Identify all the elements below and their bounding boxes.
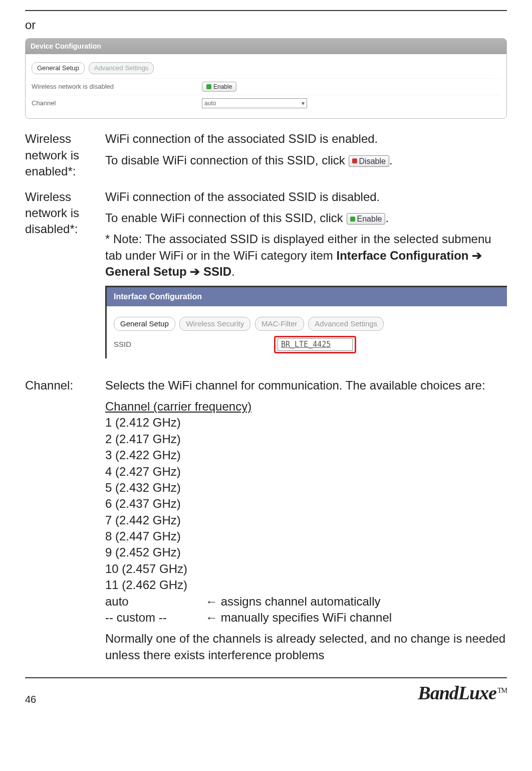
channel-item: 5 (2.432 GHz) [105, 480, 507, 496]
enabled-line2a: To disable WiFi connection of this SSID,… [105, 153, 349, 167]
tabs2-row: General Setup Wireless Security MAC-Filt… [114, 314, 500, 331]
enable-button-label: Enable [213, 83, 232, 91]
channel-label: Channel [32, 99, 202, 108]
enabled-line1: WiFi connection of the associated SSID i… [105, 131, 507, 147]
channel-auto-desc: ← assigns channel automatically [205, 594, 381, 610]
body-enabled: WiFi connection of the associated SSID i… [105, 131, 507, 179]
tab2-advanced-settings[interactable]: Advanced Settings [308, 317, 384, 331]
disabled-line2a: To enable WiFi connection of this SSID, … [105, 211, 347, 225]
channel-item: 9 (2.452 GHz) [105, 544, 507, 560]
def-enabled: Wireless network is enabled*: WiFi conne… [25, 131, 507, 179]
enable-button[interactable]: Enable [202, 82, 236, 92]
disable-icon [352, 158, 357, 163]
channel-item: 6 (2.437 GHz) [105, 496, 507, 512]
def-channel: Channel: Selects the WiFi channel for co… [25, 377, 507, 669]
trademark: TM [497, 687, 507, 694]
device-config-panel: Device Configuration General Setup Advan… [25, 38, 507, 119]
channel-item: 10 (2.457 GHz) [105, 561, 507, 577]
channel-item: 2 (2.417 GHz) [105, 431, 507, 447]
body-channel: Selects the WiFi channel for communicati… [105, 377, 507, 669]
channel-custom-desc: ← manually specifies WiFi channel [205, 610, 392, 626]
tab2-mac-filter[interactable]: MAC-Filter [255, 317, 304, 331]
ssid-label: SSID [114, 339, 274, 349]
panel-body: General Setup Advanced Settings Wireless… [26, 54, 506, 118]
term-disabled: Wireless network is disabled*: [25, 189, 105, 368]
def-disabled: Wireless network is disabled*: WiFi conn… [25, 189, 507, 368]
interface-config-panel: Interface Configuration General Setup Wi… [105, 286, 507, 358]
tab-general-setup[interactable]: General Setup [32, 62, 85, 74]
disabled-note: * Note: The associated SSID is displayed… [105, 231, 507, 280]
term-channel: Channel: [25, 377, 105, 669]
page-number: 46 [25, 693, 36, 706]
enabled-line2: To disable WiFi connection of this SSID,… [105, 152, 507, 168]
channel-item: 7 (2.442 GHz) [105, 512, 507, 528]
body-disabled: WiFi connection of the associated SSID i… [105, 189, 507, 368]
enable-icon-2 [350, 217, 355, 222]
note-end: . [231, 265, 235, 278]
channel-auto-row: auto ← assigns channel automatically [105, 594, 507, 610]
channel-select[interactable]: auto ▾ [202, 98, 307, 108]
brand-text: BandLuxe [418, 682, 496, 703]
channel-item: 3 (2.422 GHz) [105, 447, 507, 463]
disabled-line1: WiFi connection of the associated SSID i… [105, 189, 507, 205]
disable-button-label: Disable [359, 156, 386, 167]
channel-item: 8 (2.447 GHz) [105, 528, 507, 544]
ssid-highlight-box: BR_LTE_4425 [274, 336, 356, 353]
or-text: or [25, 17, 507, 33]
enabled-line2b: . [389, 153, 393, 167]
channel-footer-note: Normally one of the channels is already … [105, 631, 507, 663]
wireless-disabled-label: Wireless network is disabled [32, 82, 202, 91]
panel-title: Device Configuration [26, 39, 506, 54]
enable-button-inline[interactable]: Enable [347, 213, 386, 225]
row-wireless-disabled: Wireless network is disabled Enable [32, 78, 500, 95]
ssid-row: SSID BR_LTE_4425 [114, 336, 500, 353]
disabled-line2b: . [385, 211, 389, 225]
tab-row: General Setup Advanced Settings [32, 59, 500, 74]
arrow-1: ➔ [472, 249, 482, 262]
channel-intro: Selects the WiFi channel for communicati… [105, 377, 507, 394]
page-footer: 46 BandLuxeTM [25, 677, 507, 706]
arrow-2: ➔ [190, 265, 203, 278]
channel-item: 1 (2.412 GHz) [105, 415, 507, 431]
term-enabled: Wireless network is enabled*: [25, 131, 105, 179]
channel-custom-label: -- custom -- [105, 610, 205, 626]
tab2-general-setup[interactable]: General Setup [114, 317, 175, 331]
channel-custom-row: -- custom -- ← manually specifies WiFi c… [105, 610, 507, 626]
chevron-down-icon: ▾ [302, 99, 305, 107]
enable-icon [206, 84, 211, 89]
enable-button-label-2: Enable [357, 214, 382, 225]
panel2-title: Interface Configuration [107, 287, 507, 306]
note-b3: SSID [203, 265, 231, 278]
disabled-line2: To enable WiFi connection of this SSID, … [105, 210, 507, 226]
row-channel: Channel auto ▾ [32, 95, 500, 111]
panel2-body: General Setup Wireless Security MAC-Filt… [107, 306, 507, 358]
tab-advanced-settings[interactable]: Advanced Settings [89, 62, 154, 74]
channel-select-value: auto [204, 99, 216, 107]
ssid-input[interactable]: BR_LTE_4425 [278, 338, 353, 350]
channel-item: 11 (2.462 GHz) [105, 577, 507, 593]
channel-item: 4 (2.427 GHz) [105, 464, 507, 480]
channel-list-header: Channel (carrier frequency) [105, 399, 507, 415]
top-rule [25, 10, 507, 11]
channel-list: Channel (carrier frequency) 1 (2.412 GHz… [105, 399, 507, 626]
note-b2: General Setup [105, 265, 187, 278]
channel-auto-label: auto [105, 594, 205, 610]
brand-logo: BandLuxeTM [418, 680, 507, 706]
tab2-wireless-security[interactable]: Wireless Security [179, 317, 250, 331]
disable-button-inline[interactable]: Disable [349, 155, 389, 167]
note-b1: Interface Configuration [336, 249, 468, 262]
